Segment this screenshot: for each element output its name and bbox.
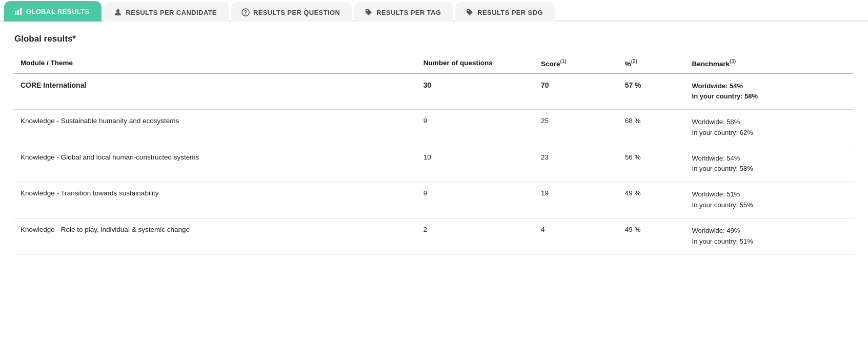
cell-score: 70 xyxy=(535,73,619,110)
table-row: Knowledge - Transition towards sustainab… xyxy=(14,182,854,218)
svg-rect-2 xyxy=(20,8,22,15)
cell-module: CORE International xyxy=(14,73,417,110)
svg-text:?: ? xyxy=(244,10,248,15)
col-header-percent: %(2) xyxy=(619,54,686,73)
tab-label: GLOBAL RESULTS xyxy=(26,8,89,15)
svg-point-6 xyxy=(367,10,368,11)
main-content: Global results* Module / ThemeNumber of … xyxy=(0,22,868,267)
tab-results-per-tag[interactable]: RESULTS PER TAG xyxy=(354,2,453,22)
tab-label: RESULTS PER TAG xyxy=(376,9,441,16)
col-header-module: Module / Theme xyxy=(14,54,417,73)
table-row: Knowledge - Global and local human-const… xyxy=(14,146,854,182)
tab-label: RESULTS PER SDG xyxy=(477,9,543,16)
cell-module: Knowledge - Transition towards sustainab… xyxy=(14,182,417,218)
cell-questions: 10 xyxy=(417,146,535,182)
table-row: Knowledge - Sustainable humanity and eco… xyxy=(14,110,854,146)
tag2-icon xyxy=(466,8,474,16)
cell-benchmark: Worldwide: 54%In your country: 58% xyxy=(686,146,854,182)
results-table: Module / ThemeNumber of questionsScore(1… xyxy=(14,54,854,254)
tab-results-per-question[interactable]: ?RESULTS PER QUESTION xyxy=(231,2,352,22)
cell-percent: 49 % xyxy=(619,182,686,218)
question-icon: ? xyxy=(241,8,250,16)
cell-module: Knowledge - Global and local human-const… xyxy=(14,146,417,182)
cell-questions: 9 xyxy=(417,110,535,146)
tab-results-per-sdg[interactable]: RESULTS PER SDG xyxy=(455,2,555,22)
tabs-bar: GLOBAL RESULTSRESULTS PER CANDIDATE?RESU… xyxy=(0,0,868,22)
col-header-questions: Number of questions xyxy=(417,54,535,73)
cell-percent: 57 % xyxy=(619,73,686,110)
svg-point-7 xyxy=(468,10,469,11)
table-header-row: Module / ThemeNumber of questionsScore(1… xyxy=(14,54,854,73)
tab-global-results[interactable]: GLOBAL RESULTS xyxy=(4,1,102,22)
cell-score: 4 xyxy=(535,218,619,254)
svg-rect-0 xyxy=(15,11,16,15)
table-row: Knowledge - Role to play, individual & s… xyxy=(14,218,854,254)
tab-label: RESULTS PER CANDIDATE xyxy=(126,9,216,16)
col-header-benchmark: Benchmark(3) xyxy=(686,54,854,73)
cell-module: Knowledge - Sustainable humanity and eco… xyxy=(14,110,417,146)
cell-percent: 68 % xyxy=(619,110,686,146)
cell-benchmark: Worldwide: 58%In your country: 62% xyxy=(686,110,854,146)
cell-percent: 56 % xyxy=(619,146,686,182)
cell-score: 25 xyxy=(535,110,619,146)
cell-module: Knowledge - Role to play, individual & s… xyxy=(14,218,417,254)
cell-questions: 9 xyxy=(417,182,535,218)
tab-label: RESULTS PER QUESTION xyxy=(253,9,340,16)
tab-results-per-candidate[interactable]: RESULTS PER CANDIDATE xyxy=(104,2,229,22)
cell-questions: 2 xyxy=(417,218,535,254)
col-header-score: Score(1) xyxy=(535,54,619,73)
person-icon xyxy=(114,8,122,16)
cell-benchmark: Worldwide: 54%In your country: 58% xyxy=(686,73,854,110)
cell-questions: 30 xyxy=(417,73,535,110)
cell-benchmark: Worldwide: 51%In your country: 55% xyxy=(686,182,854,218)
bar-chart-icon xyxy=(14,7,23,15)
svg-rect-1 xyxy=(17,10,19,15)
table-row: CORE International307057 %Worldwide: 54%… xyxy=(14,73,854,110)
cell-percent: 49 % xyxy=(619,218,686,254)
tag-icon xyxy=(365,8,373,16)
cell-score: 23 xyxy=(535,146,619,182)
page-title: Global results* xyxy=(14,34,854,44)
cell-score: 19 xyxy=(535,182,619,218)
cell-benchmark: Worldwide: 49%In your country: 51% xyxy=(686,218,854,254)
svg-point-3 xyxy=(116,9,119,12)
